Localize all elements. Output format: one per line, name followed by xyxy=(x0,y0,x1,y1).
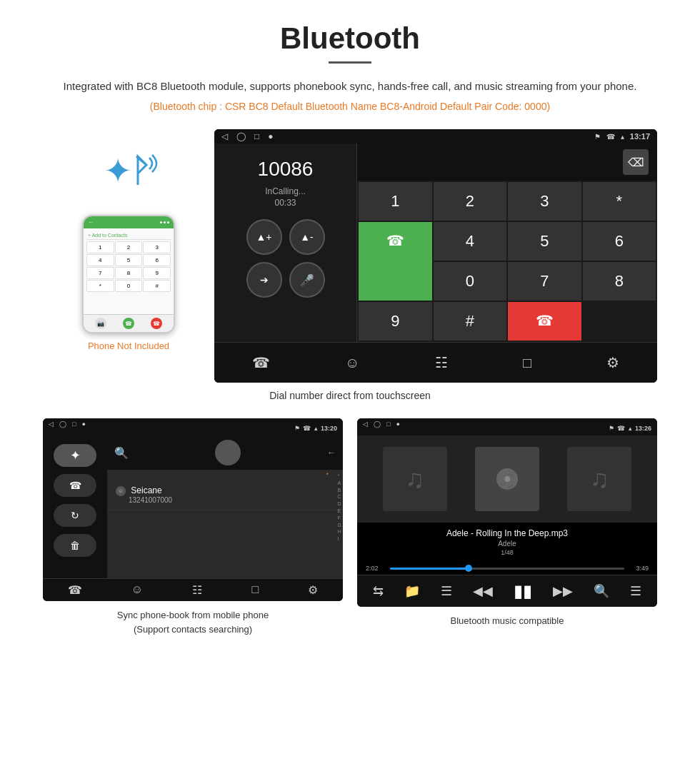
vol-up-btn[interactable]: ▲+ xyxy=(246,219,282,255)
transfer-btn[interactable]: ➔ xyxy=(246,262,282,298)
music-folder-icon[interactable]: 📁 xyxy=(404,583,420,599)
pb-status-right: ⚑ ☎ ▴ 13:20 xyxy=(294,420,337,433)
music-back-nav[interactable]: ◁ xyxy=(363,420,368,433)
bluetooth-icon-area: ✦ xyxy=(96,143,161,208)
phonebook-screen-wrap: ◁ ◯ □ ● ⚑ ☎ ▴ 13:20 ✦ xyxy=(43,418,343,636)
bottom-section: ◁ ◯ □ ● ⚑ ☎ ▴ 13:20 ✦ xyxy=(43,418,657,636)
dial-call-btn[interactable]: ☎ xyxy=(359,222,432,301)
dial-tab-calls-icon[interactable]: ☎ xyxy=(241,348,281,377)
music-next-icon[interactable]: ▶▶ xyxy=(553,583,573,599)
phone-keypad: 1 2 3 4 5 6 7 8 9 * 0 # xyxy=(86,241,171,292)
dial-tab-contacts-icon[interactable]: ☺ xyxy=(334,349,371,377)
dial-tab-settings-icon[interactable]: ⚙ xyxy=(595,348,631,377)
pb-call-btn[interactable]: ☎ xyxy=(54,474,96,497)
dial-controls: ▲+ ▲- ➔ 🎤 xyxy=(246,219,325,298)
phone-key-9[interactable]: 9 xyxy=(143,267,171,279)
dial-status-bar: ◁ ◯ □ ● ⚑ ☎ ▴ 13:17 xyxy=(214,129,657,143)
pb-contact-item[interactable]: ☺ Seicane 13241007000 xyxy=(107,480,343,510)
music-eq-icon[interactable]: ☰ xyxy=(630,583,641,599)
dial-key-4[interactable]: 4 xyxy=(434,222,507,261)
pb-contact-name: ☺ Seicane xyxy=(116,485,334,496)
music-prev-icon[interactable]: ◀◀ xyxy=(473,583,493,599)
dial-right-panel: ⌫ 1 2 3 * ☎ 4 5 6 0 7 8 9 xyxy=(357,143,657,342)
phone-key-0[interactable]: 0 xyxy=(115,280,143,292)
dial-key-8[interactable]: 8 xyxy=(583,262,656,301)
dial-end-btn[interactable]: ☎ xyxy=(508,302,581,341)
phone-key-4[interactable]: 4 xyxy=(86,254,114,266)
phone-call-btn[interactable]: ☎ xyxy=(123,318,134,329)
phone-key-2[interactable]: 2 xyxy=(115,241,143,253)
phone-key-1[interactable]: 1 xyxy=(86,241,114,253)
music-home-nav[interactable]: ◯ xyxy=(374,420,381,433)
phone-side: ✦ ← xyxy=(43,129,214,351)
music-recents-nav[interactable]: □ xyxy=(386,420,390,433)
pb-back-arrow-icon[interactable]: ← xyxy=(327,448,336,458)
pb-notif: ● xyxy=(81,420,85,433)
pb-bottom-keypad-icon[interactable]: ☷ xyxy=(192,583,202,597)
phonebook-android-screen: ◁ ◯ □ ● ⚑ ☎ ▴ 13:20 ✦ xyxy=(43,418,343,601)
music-album-area: ♫ ♫ ♫ xyxy=(357,435,657,523)
dial-key-5[interactable]: 5 xyxy=(508,222,581,261)
pb-home-nav[interactable]: ◯ xyxy=(59,420,66,433)
dial-caption: Dial number direct from touchscreen xyxy=(43,390,657,401)
dial-key-7[interactable]: 7 xyxy=(508,262,581,301)
pb-back-nav[interactable]: ◁ xyxy=(49,420,54,433)
music-play-icon[interactable]: ▮▮ xyxy=(514,581,532,601)
dial-key-6[interactable]: 6 xyxy=(583,222,656,261)
pb-nav-icons: ◁ ◯ □ ● xyxy=(49,420,86,433)
music-time: 13:26 xyxy=(635,425,651,432)
music-progress-track[interactable] xyxy=(390,568,624,570)
pb-bottom-contacts-icon[interactable]: ☺ xyxy=(131,583,143,597)
music-note-icon-3: ♫ xyxy=(590,464,609,494)
mic-btn[interactable]: 🎤 xyxy=(289,262,325,298)
dial-tab-keypad-icon[interactable]: ☷ xyxy=(424,348,459,377)
pb-sync-btn[interactable]: ↻ xyxy=(54,504,96,527)
music-track-info: 1/48 xyxy=(363,549,651,556)
dial-key-3[interactable]: 3 xyxy=(508,182,581,221)
pb-bottom-history-icon[interactable]: □ xyxy=(252,583,259,597)
music-progress-fill xyxy=(390,568,472,570)
dial-key-1[interactable]: 1 xyxy=(359,182,432,221)
dial-status-right: ⚑ ☎ ▴ 13:17 xyxy=(594,132,650,141)
dial-key-hash[interactable]: # xyxy=(434,302,507,341)
pb-loc-icon: ⚑ xyxy=(294,425,300,432)
phone-key-3[interactable]: 3 xyxy=(143,241,171,253)
back-nav-icon[interactable]: ◁ xyxy=(221,131,228,141)
phone-end-btn[interactable]: ☎ xyxy=(151,318,162,329)
phone-key-6[interactable]: 6 xyxy=(143,254,171,266)
pb-bluetooth-btn[interactable]: ✦ xyxy=(54,444,96,467)
music-song-title: Adele - Rolling In the Deep.mp3 xyxy=(363,528,651,538)
dial-backspace-btn[interactable]: ⌫ xyxy=(623,149,649,175)
phone-key-8[interactable]: 8 xyxy=(115,267,143,279)
phone-key-hash[interactable]: # xyxy=(143,280,171,292)
pb-search-icon[interactable]: 🔍 xyxy=(114,446,129,460)
dial-content: 10086 InCalling... 00:33 ▲+ ▲- ➔ 🎤 ⌫ xyxy=(214,143,657,342)
phone-key-5[interactable]: 5 xyxy=(115,254,143,266)
pb-bottom-settings-icon[interactable]: ⚙ xyxy=(308,583,318,597)
music-search-icon[interactable]: 🔍 xyxy=(594,583,609,599)
intro-text: Integrated with BC8 Bluetooth module, su… xyxy=(43,78,657,95)
pb-bottom-calls-icon[interactable]: ☎ xyxy=(68,583,82,597)
music-album-prev: ♫ xyxy=(383,447,447,511)
home-nav-icon[interactable]: ◯ xyxy=(236,131,246,141)
music-shuffle-icon[interactable]: ⇆ xyxy=(373,583,384,599)
phone-add-contacts-label: + Add to Contacts xyxy=(86,231,171,240)
phone-key-star[interactable]: * xyxy=(86,280,114,292)
pb-bottom-bar: ☎ ☺ ☷ □ ⚙ xyxy=(43,578,343,601)
page-title: Bluetooth xyxy=(43,21,657,56)
vol-down-btn[interactable]: ▲- xyxy=(289,219,325,255)
phone-camera-btn[interactable]: 📷 xyxy=(95,318,106,329)
music-list-icon[interactable]: ☰ xyxy=(441,583,452,599)
pb-delete-btn[interactable]: 🗑 xyxy=(54,534,96,557)
pb-wifi-icon: ▴ xyxy=(314,425,318,432)
dial-tab-history-icon[interactable]: □ xyxy=(511,349,543,377)
music-call-icon: ☎ xyxy=(617,425,625,432)
notification-icon: ● xyxy=(268,131,273,141)
phone-key-7[interactable]: 7 xyxy=(86,267,114,279)
dial-key-star[interactable]: * xyxy=(583,182,656,221)
recents-nav-icon[interactable]: □ xyxy=(254,131,259,141)
dial-key-2[interactable]: 2 xyxy=(434,182,507,221)
dial-key-0[interactable]: 0 xyxy=(434,262,507,301)
pb-recents-nav[interactable]: □ xyxy=(72,420,76,433)
dial-key-9[interactable]: 9 xyxy=(359,302,432,341)
